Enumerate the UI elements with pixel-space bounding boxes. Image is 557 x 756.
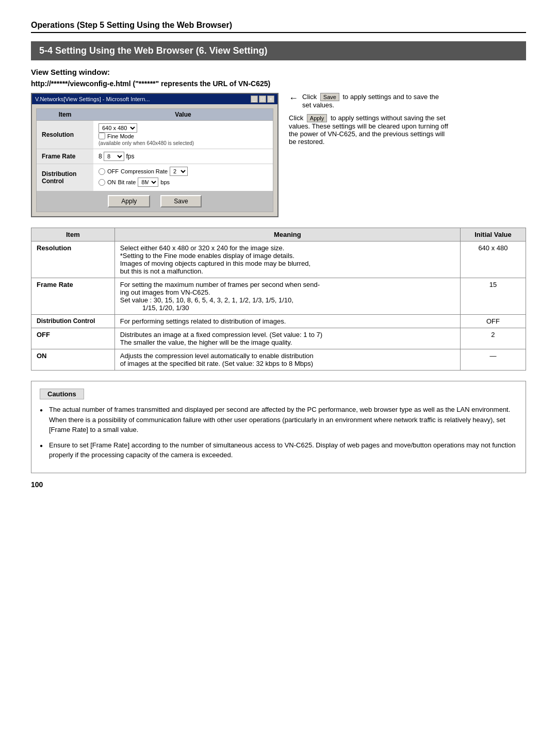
main-table: Item Meaning Initial Value Resolution Se… xyxy=(31,228,526,371)
section-title: 5-4 Setting Using the Web Browser (6. Vi… xyxy=(31,41,526,60)
table-row-on: ON Adjusts the compression level automat… xyxy=(31,349,526,371)
frame-rate-row: Frame Rate 8 8 fps xyxy=(37,149,273,164)
fine-mode-label: Fine Mode xyxy=(107,133,134,139)
frame-rate-label: Frame Rate xyxy=(37,149,93,164)
distribution-item: Distribution Control xyxy=(31,315,115,328)
main-col-meaning: Meaning xyxy=(114,228,460,242)
table-row-resolution: Resolution Select either 640 x 480 or 32… xyxy=(31,242,526,278)
distribution-row: Distribution Control OFF Compression Rat… xyxy=(37,164,273,191)
annotation2: Click Apply to apply settings without sa… xyxy=(289,114,449,146)
titlebar-buttons: _ □ × xyxy=(251,95,274,103)
compression-rate-select[interactable]: 2 xyxy=(170,167,188,176)
main-col-initial: Initial Value xyxy=(460,228,526,242)
annotation1-text: Click Save to apply settings and to save… xyxy=(302,93,449,109)
fine-mode-row: Fine Mode xyxy=(99,133,268,139)
table-row-framerate: Frame Rate For setting the maximum numbe… xyxy=(31,278,526,315)
off-meaning: Distributes an image at a fixed compress… xyxy=(114,328,460,349)
operations-header: Operations (Step 5 Setting Using the Web… xyxy=(31,21,526,33)
fine-mode-checkbox[interactable] xyxy=(99,133,105,139)
distribution-meaning: For performing settings related to distr… xyxy=(114,315,460,328)
cautions-list: The actual number of frames transmitted … xyxy=(40,405,517,460)
on-initial: — xyxy=(460,349,526,371)
browser-content: Item Value Resolution 640 x 480 320 x 24… xyxy=(36,108,273,212)
resolution-select[interactable]: 640 x 480 320 x 240 xyxy=(99,123,137,133)
bit-rate-label: Bit rate xyxy=(118,179,136,185)
on-label: ON xyxy=(107,179,116,185)
caution-item-1: The actual number of frames transmitted … xyxy=(40,405,517,435)
bit-rate-select[interactable]: 8M xyxy=(138,178,158,187)
annotation1: ← Click Save to apply settings and to sa… xyxy=(289,93,449,109)
resolution-item: Resolution xyxy=(31,242,115,278)
frame-rate-value: 8 xyxy=(99,153,102,160)
frame-rate-select[interactable]: 8 xyxy=(104,152,124,161)
main-table-header-row: Item Meaning Initial Value xyxy=(31,228,526,242)
form-buttons-row: Apply Save xyxy=(37,191,273,212)
apply-button[interactable]: Apply xyxy=(108,195,150,207)
form-table: Item Value Resolution 640 x 480 320 x 24… xyxy=(37,109,273,191)
compression-rate-label: Compression Rate xyxy=(121,168,168,174)
annotation-area: ← Click Save to apply settings and to sa… xyxy=(289,93,449,151)
annotation1-arrow: ← xyxy=(289,93,298,104)
on-radio-row: ON Bit rate 8M bps xyxy=(99,178,268,187)
caution-item-2: Ensure to set [Frame Rate] according to … xyxy=(40,440,517,460)
frame-rate-value-cell: 8 8 fps xyxy=(93,149,273,164)
distribution-initial: OFF xyxy=(460,315,526,328)
apply-inline-button: Apply xyxy=(307,114,327,122)
on-meaning: Adjusts the compression level automatica… xyxy=(114,349,460,371)
resolution-row: Resolution 640 x 480 320 x 240 Fine Mode xyxy=(37,121,273,149)
minimize-button[interactable]: _ xyxy=(251,95,258,103)
url-label: http://******/viewconfig-e.html ("******… xyxy=(31,79,526,88)
distribution-label-cell: Distribution Control xyxy=(37,164,93,191)
off-radio-row: OFF Compression Rate 2 xyxy=(99,167,268,176)
browser-window: V.Networks[View Settings] - Microsoft In… xyxy=(31,93,278,217)
browser-window-container: V.Networks[View Settings] - Microsoft In… xyxy=(31,93,526,217)
frame-rate-unit: fps xyxy=(126,153,134,160)
off-initial: 2 xyxy=(460,328,526,349)
col-header-value: Value xyxy=(93,109,273,121)
page-number: 100 xyxy=(31,480,526,489)
annotation2-text: Click Apply to apply settings without sa… xyxy=(289,114,449,146)
resolution-value-cell: 640 x 480 320 x 240 Fine Mode (available… xyxy=(93,121,273,149)
page-container: Operations (Step 5 Setting Using the Web… xyxy=(31,21,526,489)
on-item: ON xyxy=(31,349,115,371)
resolution-meaning: Select either 640 x 480 or 320 x 240 for… xyxy=(114,242,460,278)
view-setting-label: View Setting window: xyxy=(31,68,526,76)
framerate-item: Frame Rate xyxy=(31,278,115,315)
table-row-distribution: Distribution Control For performing sett… xyxy=(31,315,526,328)
save-inline-button: Save xyxy=(320,93,339,101)
col-header-item: Item xyxy=(37,109,93,121)
off-label: OFF xyxy=(107,168,119,174)
cautions-box: Cautions The actual number of frames tra… xyxy=(31,381,526,473)
titlebar-title: V.Networks[View Settings] - Microsoft In… xyxy=(35,96,150,102)
save-button[interactable]: Save xyxy=(160,195,201,207)
off-radio[interactable] xyxy=(99,168,105,175)
off-item: OFF xyxy=(31,328,115,349)
on-radio[interactable] xyxy=(99,179,105,186)
bit-rate-unit: bps xyxy=(160,179,170,185)
close-button[interactable]: × xyxy=(267,95,274,103)
resolution-label: Resolution xyxy=(37,121,93,149)
cautions-title: Cautions xyxy=(40,389,84,399)
resolution-initial: 640 x 480 xyxy=(460,242,526,278)
control-label: Control xyxy=(42,178,88,185)
main-col-item: Item xyxy=(31,228,115,242)
table-row-off: OFF Distributes an image at a fixed comp… xyxy=(31,328,526,349)
fine-mode-note: (available only when 640x480 is selected… xyxy=(99,140,268,146)
browser-titlebar: V.Networks[View Settings] - Microsoft In… xyxy=(32,94,277,104)
distribution-value-cell: OFF Compression Rate 2 ON Bit rate xyxy=(93,164,273,191)
restore-button[interactable]: □ xyxy=(259,95,266,103)
framerate-initial: 15 xyxy=(460,278,526,315)
framerate-meaning: For setting the maximum number of frames… xyxy=(114,278,460,315)
distribution-label: Distribution xyxy=(42,170,88,178)
